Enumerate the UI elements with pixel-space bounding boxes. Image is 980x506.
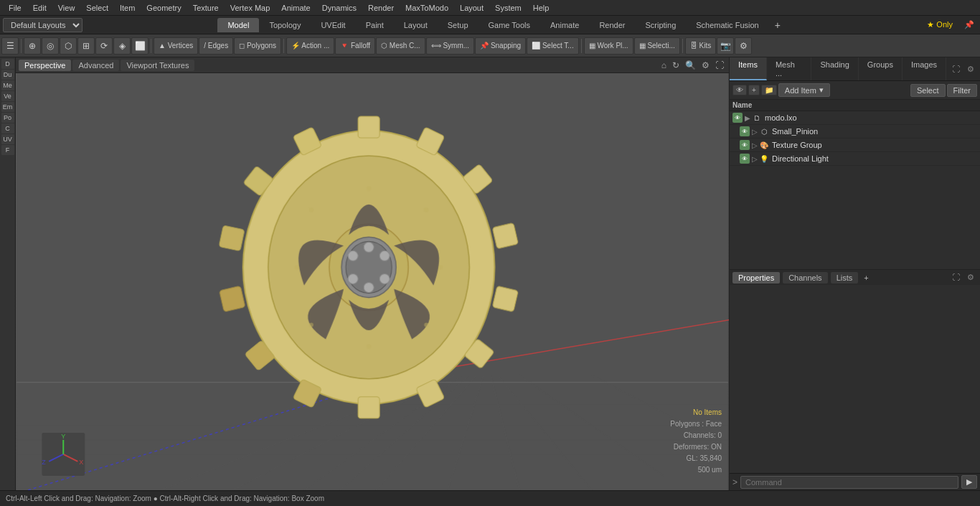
edges-button[interactable]: / Edges [199,37,233,55]
viewport-3d[interactable]: X Z Y No Items Polygons : Face Channels:… [16,73,729,490]
camera-icon[interactable]: 📷 [717,37,734,55]
sidebar-f[interactable]: F [1,145,14,155]
kits-button[interactable]: 🗄 Kits [685,37,716,55]
vp-tab-perspective[interactable]: Perspective [19,60,71,71]
item-row-modo-lxo[interactable]: 👁 ▶ 🗋 modo.lxo [730,111,980,125]
sidebar-d[interactable]: D [1,59,14,69]
layout-star[interactable]: ★ Only [921,17,958,32]
tab-setup[interactable]: Setup [438,18,479,32]
polygons-button[interactable]: ◻ Polygons [234,37,281,55]
menu-view[interactable]: View [52,2,81,14]
tab-schematic-fusion[interactable]: Schematic Fusion [686,18,768,32]
vp-ctrl-maximize[interactable]: ⛶ [713,60,726,70]
item-vis-modo[interactable]: 👁 [732,113,743,123]
action-button[interactable]: ⚡ Action ... [286,37,334,55]
loop-icon[interactable]: ⟳ [95,37,113,55]
tab-scripting[interactable]: Scripting [635,18,686,32]
vertices-button[interactable]: ▲ Vertices [154,37,198,55]
tool-select-icon[interactable]: ⬡ [60,37,77,55]
bottom-tab-channels[interactable]: Channels [783,272,827,284]
sidebar-uv[interactable]: UV [1,134,14,144]
tab-topology[interactable]: Topology [259,18,311,32]
center-icon[interactable]: ◈ [113,37,131,55]
menu-file[interactable]: File [3,2,27,14]
panel-tab-items[interactable]: Items [730,57,767,80]
falloff-icon[interactable]: ◎ [42,37,59,55]
command-exec-button[interactable]: ▶ [961,475,977,489]
work-plane-button[interactable]: ▦ Work Pl... [584,37,633,55]
item-vis-texture[interactable]: 👁 [740,140,750,150]
world-space-icon[interactable]: ⊕ [24,37,41,55]
items-filter-button[interactable]: Filter [947,84,977,97]
bottom-tab-add[interactable]: + [861,272,871,284]
vp-ctrl-settings[interactable]: ⚙ [699,60,712,70]
vp-ctrl-zoom[interactable]: 🔍 [683,60,698,70]
item-expand-texture[interactable]: ▷ [752,141,758,149]
panel-icon-expand[interactable]: ⛶ [949,63,963,75]
mirror-icon[interactable]: ⬜ [131,37,149,55]
sidebar-du[interactable]: Du [1,70,14,80]
menu-animate[interactable]: Animate [275,2,316,14]
tab-animate[interactable]: Animate [540,18,589,32]
bottom-tab-lists[interactable]: Lists [831,272,859,284]
sidebar-em[interactable]: Em [1,102,14,112]
items-tb-eye[interactable]: 👁 [732,85,747,95]
item-expand-pinion[interactable]: ▷ [752,128,758,136]
symmetry-button[interactable]: ⟺ Symm... [426,37,474,55]
item-row-small-pinion[interactable]: 👁 ▷ ⬡ Small_Pinion [730,125,980,139]
bottom-expand-icon[interactable]: ⛶ [949,271,963,284]
menu-maxtomodo[interactable]: MaxToModo [400,2,454,14]
menu-select[interactable]: Select [80,2,114,14]
tab-layout[interactable]: Layout [394,18,438,32]
item-vis-light[interactable]: 👁 [740,154,750,164]
vp-tab-textures[interactable]: Viewport Textures [121,60,194,71]
bottom-settings-icon[interactable]: ⚙ [964,271,977,284]
layout-pin[interactable]: 📌 [958,17,980,32]
item-expand-light[interactable]: ▷ [752,155,758,163]
menu-item[interactable]: Item [114,2,141,14]
items-select-button[interactable]: Select [910,84,946,97]
snapping-button[interactable]: 📌 Snapping [475,37,526,55]
tab-game-tools[interactable]: Game Tools [479,18,541,32]
layout-preset-select[interactable]: Default Layouts [3,18,83,32]
menu-help[interactable]: Help [527,2,555,14]
vp-ctrl-rotate[interactable]: ↻ [670,60,682,70]
menu-texture[interactable]: Texture [187,2,225,14]
panel-tab-shading[interactable]: Shading [811,57,858,80]
settings-icon[interactable]: ⚙ [735,37,752,55]
menu-dynamics[interactable]: Dynamics [316,2,362,14]
vp-ctrl-home[interactable]: ⌂ [659,60,669,70]
menu-vertex-map[interactable]: Vertex Map [225,2,276,14]
command-input[interactable] [740,476,958,489]
tab-uvedit[interactable]: UVEdit [311,18,355,32]
selection-button[interactable]: ▦ Selecti... [634,37,680,55]
menu-edit[interactable]: Edit [27,2,52,14]
item-row-directional-light[interactable]: 👁 ▷ 💡 Directional Light [730,152,980,166]
tab-model[interactable]: Model [217,18,259,32]
tab-render[interactable]: Render [589,18,635,32]
toolbar-toggle-btn[interactable]: ☰ [1,37,19,55]
sidebar-me[interactable]: Me [1,80,14,90]
menu-system[interactable]: System [489,2,527,14]
select-t-button[interactable]: ⬜ Select T... [527,37,579,55]
panel-tab-images[interactable]: Images [903,57,946,80]
tab-paint[interactable]: Paint [356,18,394,32]
item-row-texture-group[interactable]: 👁 ▷ 🎨 Texture Group [730,139,980,152]
items-tb-folder[interactable]: 📁 [761,85,777,95]
menu-geometry[interactable]: Geometry [141,2,187,14]
transform-icon[interactable]: ⊞ [77,37,95,55]
item-expand-modo[interactable]: ▶ [745,114,750,122]
sidebar-c[interactable]: C [1,123,14,133]
items-tb-plus[interactable]: + [748,85,760,95]
panel-tab-mesh[interactable]: Mesh ... [767,57,812,80]
panel-icon-settings[interactable]: ⚙ [964,63,977,75]
bottom-tab-properties[interactable]: Properties [732,272,780,284]
menu-render[interactable]: Render [362,2,400,14]
panel-tab-groups[interactable]: Groups [859,57,903,80]
sidebar-ve[interactable]: Ve [1,91,14,101]
layout-add-button[interactable]: + [769,17,786,34]
mesh-button[interactable]: ⬡ Mesh C... [376,37,425,55]
menu-layout[interactable]: Layout [454,2,489,14]
item-vis-pinion[interactable]: 👁 [740,126,750,136]
add-item-button[interactable]: Add Item ▾ [778,83,830,97]
